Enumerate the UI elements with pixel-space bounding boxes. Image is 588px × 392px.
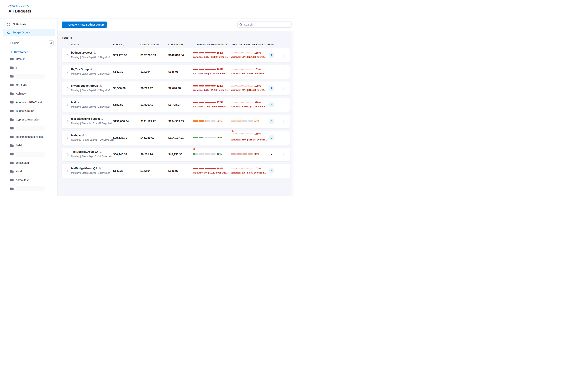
row-options-menu-button[interactable] [282,136,284,140]
budget-group-name-text: test-cascading-budget [71,117,100,120]
current-spend-value: $45,750.63 [140,136,154,139]
row-expand-chevron[interactable] [67,120,68,124]
create-budget-group-button[interactable]: + Create a new Budget Group [62,22,107,28]
folder-item[interactable]: ! [10,65,55,70]
percent-label: 100% [217,68,223,71]
budget-group-name[interactable]: test-joe [71,134,84,137]
table-row: testMonthly | Starts Sep 01 - 1 Days Lef… [62,98,290,112]
create-budget-group-label: Create a new Budget Group [68,23,104,26]
budget-group-name[interactable]: budgetsuryatest [71,51,96,54]
bar-segment-fill [193,137,198,138]
forecasted-value: $7,040.98 [168,87,181,90]
row-options-menu-button[interactable] [282,169,284,173]
bar-segment-fill [230,68,236,70]
folder-item[interactable] [10,74,55,79]
bar-line: 103% [230,68,261,71]
folder-item[interactable] [10,126,55,131]
row-options-menu-button[interactable] [282,70,284,74]
bar-line: 12% [193,152,222,156]
folder-item[interactable] [10,152,55,157]
row-expand-chevron[interactable] [67,87,68,90]
column-header-current-vs-budget: CURRENT SPEND V/S BUDGET [196,44,227,46]
folder-name: Default [16,58,24,60]
folder-search-button[interactable] [48,40,54,46]
budget-group-name[interactable]: RajTestGroup [71,68,92,71]
current-spend-value: $1,576.41 [140,103,153,106]
budget-group-name[interactable]: test-cascading-budget [71,117,104,120]
folder-item[interactable]: Budget Groups [10,108,55,114]
row-options-menu-button[interactable] [282,102,284,107]
folder-item[interactable] [10,195,55,196]
folder-item[interactable]: @ . > && [10,82,55,88]
bar-segment [210,137,216,138]
folder-item[interactable]: Recommendations test [10,134,55,140]
folder-icon [10,127,14,130]
bar-segment-fill [210,52,216,54]
search-input[interactable] [237,22,292,28]
bar-segment-fill [199,168,204,169]
percent-label: 96% [254,152,260,156]
column-header-current-spend[interactable]: CURRENT SPEND [140,44,161,46]
bar-segment-fill [236,68,242,70]
bar-segment [193,68,198,70]
bar-segment [230,68,236,70]
bar-segment-fill [236,168,242,169]
table-row: shyam-budget-groupMonthly | Starts Sep 0… [62,82,290,95]
folder-item[interactable]: anmol-test [10,177,55,183]
bar-segment [230,153,236,155]
spend-vs-budget-bar [230,168,253,169]
budget-group-name[interactable]: TestBudgetGroup-JA [71,150,102,153]
budget-group-name[interactable]: testBudgetGroupQA [71,167,101,170]
alert-bell-icon [193,148,196,151]
sidebar-item-all-budgets[interactable]: All Budgets [3,21,55,28]
budget-value: $231,608.84 [113,120,129,123]
folder-item[interactable] [10,186,55,192]
row-options-menu-button[interactable] [282,152,284,157]
budget-group-name[interactable]: shyam-budget-group [71,84,102,87]
folder-item[interactable]: Abhinav [10,91,55,96]
row-options-menu-button[interactable] [282,53,284,58]
bar-segment-fill [242,133,248,134]
folder-item[interactable]: Cypress Automation [10,117,55,122]
bar-segment [205,120,210,122]
bar-segment [242,168,248,169]
current-vs-budget-cell: 100%Variance: 0% | $0.64 over Bud... [193,65,230,78]
sidebar-item-budget-groups[interactable]: Budget Groups [3,29,55,36]
forecasted-value: $146.98 [168,70,178,73]
folder-item[interactable]: abcd [10,169,55,174]
folder-item[interactable]: Unscripted [10,160,55,166]
row-options-menu-button[interactable] [282,86,284,91]
budget-group-name[interactable]: test [71,101,80,104]
column-header-name[interactable]: NAME [71,44,79,46]
row-expand-chevron[interactable] [67,136,68,140]
new-folder-button[interactable]: + New folder [10,50,57,54]
bar-segment [242,68,248,70]
row-expand-chevron[interactable] [67,153,68,156]
folder-item[interactable]: Default [10,56,55,62]
breadcrumb-account-link[interactable]: Account: CCM-NG [8,4,29,7]
folder-item[interactable]: Anomalies RBAC test [10,100,55,105]
row-expand-chevron[interactable] [67,170,68,173]
row-options-menu-button[interactable] [282,119,284,124]
row-expand-chevron[interactable] [67,70,68,74]
row-expand-chevron[interactable] [67,54,68,58]
bar-segment-fill [210,85,216,86]
folder-name: Budget Groups [16,109,34,112]
folder-icon [10,66,14,69]
column-header-forecasted[interactable]: FORECASTED [168,44,185,46]
folder-icon [10,75,14,78]
bar-segment [210,120,216,122]
percent-label: 154% [217,51,223,54]
row-expand-chevron[interactable] [67,104,68,107]
folder-item[interactable]: Sahil [10,143,55,148]
bar-segment [205,85,210,86]
folder-icon [10,110,14,112]
spend-vs-budget-bar [193,153,216,155]
bar-segment-fill [248,168,253,169]
bar-segment [248,153,253,155]
column-header-budget[interactable]: BUDGET [113,44,124,46]
bar-segment [248,168,253,169]
budget-group-name-text: RajTestGroup [71,68,89,71]
bar-segment-fill [230,153,236,155]
spend-vs-budget-bar [193,68,216,70]
